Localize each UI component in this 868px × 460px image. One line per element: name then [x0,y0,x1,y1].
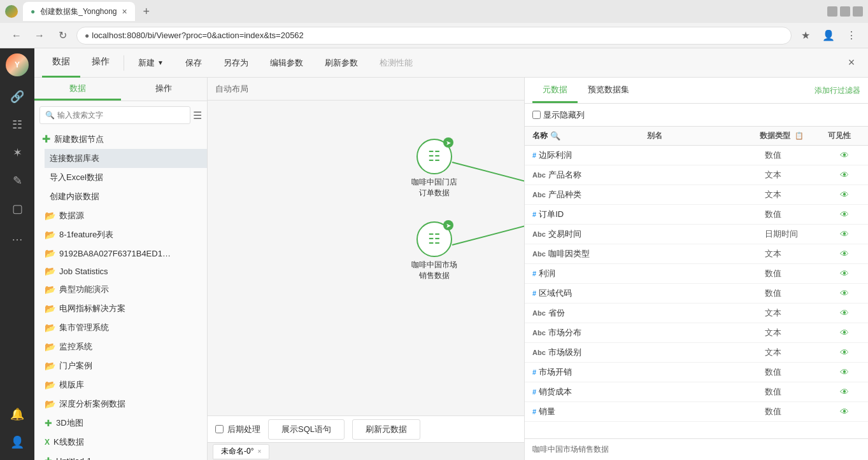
row-vis-1[interactable]: 👁 [829,170,860,180]
row-vis-6[interactable]: 👁 [829,268,860,279]
eye-icon[interactable]: 👁 [840,387,849,397]
eye-icon[interactable]: 👁 [840,268,849,279]
canvas-toolbar: 自动布局 [208,78,524,101]
sidebar-item-table[interactable]: ▢ [4,196,30,221]
folder-item-job-stats[interactable]: 📂 Job Statistics [34,262,207,280]
search-input[interactable] [57,111,185,120]
row-vis-3[interactable]: 👁 [829,209,860,220]
name-search-icon[interactable]: 🔍 [550,131,560,141]
browser-user-btn[interactable]: 👤 [820,27,837,45]
left-tab-data[interactable]: 数据 [34,78,121,101]
row-vis-11[interactable]: 👁 [829,367,860,377]
folder-item-template[interactable]: 📂 模版库 [34,375,207,394]
browser-star-btn[interactable]: ★ [797,27,815,45]
folder-item-typical[interactable]: 📂 典型功能演示 [34,280,207,299]
sidebar-item-star[interactable]: ✶ [4,140,30,165]
type-copy-icon[interactable]: 📋 [795,132,804,139]
folder-item-uuid[interactable]: 📂 9192BA8A027F6371B4ED18A5C6 [34,244,207,262]
show-hidden-cols-wrap[interactable]: 显示隐藏列 [532,109,585,121]
tab-title: 创建数据集_Yonghong [40,6,117,17]
eye-icon[interactable]: 👁 [840,288,849,298]
row-vis-2[interactable]: 👁 [829,190,860,200]
sidebar-item-link[interactable]: 🔗 [4,84,30,109]
post-process-checkbox[interactable] [215,425,224,433]
row-vis-12[interactable]: 👁 [829,387,860,397]
tab-strip-close[interactable]: × [257,448,261,455]
show-sql-btn[interactable]: 展示SQL语句 [268,419,345,440]
toolbar-new-btn[interactable]: 新建 ▼ [128,53,174,73]
toolbar-refresh-params-btn[interactable]: 刷新参数 [315,53,368,73]
item-untitled[interactable]: ✚ Untitled-1 [34,452,207,460]
toolbar-save-btn[interactable]: 保存 [175,53,212,73]
eye-icon[interactable]: 👁 [840,367,849,377]
eye-icon[interactable]: 👁 [840,190,849,200]
eye-icon[interactable]: 👁 [840,407,849,417]
canvas-node-orders[interactable]: ☷ ➤ 咖啡中国门店 订单数据 [411,139,457,199]
row-vis-0[interactable]: 👁 [829,150,860,160]
tree-child-create-embed[interactable]: 创建内嵌数据 [45,187,207,206]
auto-layout-btn[interactable]: 自动布局 [215,83,248,95]
sidebar-item-more[interactable]: … [4,224,30,249]
sidebar-item-bell[interactable]: 🔔 [4,401,30,427]
left-tab-operation[interactable]: 操作 [121,78,208,101]
toolbar-edit-params-btn[interactable]: 编辑参数 [260,53,313,73]
browser-tab-active[interactable]: ● 创建数据集_Yonghong × [23,2,135,21]
new-node-icon: ✚ [42,133,50,145]
show-hidden-checkbox[interactable] [532,111,541,119]
tree-child-import-excel[interactable]: 导入Excel数据 [45,168,207,187]
new-node-item[interactable]: ✚ 新建数据节点 [34,129,207,149]
tab-close-btn[interactable]: × [122,6,127,17]
sidebar-item-grid[interactable]: ☷ [4,112,30,137]
eye-icon[interactable]: 👁 [840,308,849,318]
post-process-wrap[interactable]: 后期处理 [215,424,260,435]
eye-icon[interactable]: 👁 [840,209,849,220]
row-vis-5[interactable]: 👁 [829,249,860,259]
eye-icon[interactable]: 👁 [840,150,849,160]
folder-item-monitor[interactable]: 📂 监控系统 [34,337,207,356]
folder-item-analysis[interactable]: 📂 深度分析案例数据 [34,394,207,414]
folder-item-feature[interactable]: 📂 8-1feature列表 [34,225,207,244]
sidebar-item-chart[interactable]: ✎ [4,168,30,193]
item-kline[interactable]: X K线数据 [34,433,207,452]
row-vis-10[interactable]: 👁 [829,347,860,358]
refresh-btn[interactable]: ↻ [53,27,71,45]
eye-icon[interactable]: 👁 [840,249,849,259]
row-vis-4[interactable]: 👁 [829,229,860,239]
folder-item-datasource[interactable]: 📂 数据源 [34,206,207,225]
new-tab-btn[interactable]: + [138,3,155,20]
refresh-metadata-btn[interactable]: 刷新元数据 [352,419,420,440]
row-vis-7[interactable]: 👁 [829,288,860,298]
right-tab-preview[interactable]: 预览数据集 [578,78,639,103]
eye-icon[interactable]: 👁 [840,170,849,180]
address-input[interactable]: ● localhost:8080/bi/Viewer?proc=0&action… [76,27,792,45]
menu-icon[interactable]: ☰ [193,109,202,122]
maximize-btn[interactable] [840,6,850,17]
eye-icon[interactable]: 👁 [840,229,849,239]
tab-strip-item[interactable]: 未命名-0° × [213,444,269,459]
right-tab-metadata[interactable]: 元数据 [532,78,578,103]
folder-item-portal[interactable]: 📂 门户案例 [34,356,207,375]
folder-item-grid[interactable]: 📂 电网指标解决方案 [34,299,207,318]
minimize-btn[interactable] [827,6,837,17]
tree-child-connect-db[interactable]: 连接数据库表 [45,149,207,168]
row-type-11: 数值 [765,366,829,378]
row-vis-13[interactable]: 👁 [829,407,860,417]
toolbar-close-btn[interactable]: × [843,54,860,72]
right-panel-filter-btn[interactable]: 添加行过滤器 [815,85,860,96]
item-3dmap[interactable]: ✚ 3D地图 [34,414,207,433]
eye-icon[interactable]: 👁 [840,347,849,358]
row-vis-9[interactable]: 👁 [829,328,860,338]
sidebar-item-user[interactable]: 👤 [4,429,30,455]
eye-icon[interactable]: 👁 [840,328,849,338]
back-btn[interactable]: ← [8,27,25,45]
toolbar-tab-data[interactable]: 数据 [42,48,80,78]
folder-item-market[interactable]: 📂 集市管理系统 [34,318,207,337]
row-vis-8[interactable]: 👁 [829,308,860,318]
window-close-btn[interactable] [853,6,863,17]
forward-btn[interactable]: → [31,27,48,45]
search-input-wrap[interactable]: 🔍 [39,106,190,124]
toolbar-save-as-btn[interactable]: 另存为 [213,53,259,73]
canvas-node-sales[interactable]: ☷ ➤ 咖啡中国市场 销售数据 [411,221,457,281]
toolbar-tab-operation[interactable]: 操作 [82,48,120,78]
browser-menu-btn[interactable]: ⋮ [843,27,860,45]
